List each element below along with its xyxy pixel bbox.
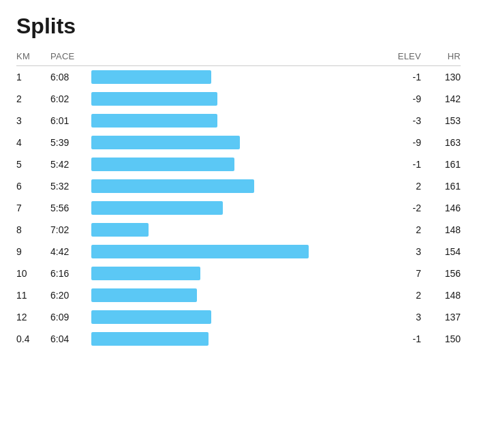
cell-km: 6 — [16, 175, 50, 197]
cell-km: 10 — [16, 263, 50, 284]
cell-km: 2 — [16, 88, 50, 110]
cell-bar — [91, 284, 386, 306]
cell-elev: -1 — [386, 328, 427, 350]
cell-bar — [91, 153, 386, 175]
cell-km: 8 — [16, 219, 50, 241]
page-title: Splits — [16, 14, 461, 39]
table-row: 87:022148 — [16, 219, 461, 241]
cell-pace: 5:32 — [50, 175, 91, 197]
cell-hr: 130 — [427, 66, 461, 89]
cell-hr: 150 — [427, 328, 461, 350]
cell-elev: -2 — [386, 197, 427, 219]
cell-pace: 6:01 — [50, 110, 91, 132]
table-row: 55:42-1161 — [16, 153, 461, 175]
col-header-hr: HR — [427, 51, 461, 66]
cell-km: 4 — [16, 132, 50, 153]
table-row: 126:093137 — [16, 306, 461, 328]
cell-hr: 156 — [427, 263, 461, 284]
col-header-bar — [91, 51, 386, 66]
cell-elev: -9 — [386, 132, 427, 153]
cell-pace: 6:09 — [50, 306, 91, 328]
cell-bar — [91, 328, 386, 350]
cell-km: 7 — [16, 197, 50, 219]
cell-pace: 5:42 — [50, 153, 91, 175]
table-row: 26:02-9142 — [16, 88, 461, 110]
cell-bar — [91, 132, 386, 153]
table-row: 0.46:04-1150 — [16, 328, 461, 350]
cell-elev: -1 — [386, 66, 427, 89]
cell-elev: 2 — [386, 175, 427, 197]
table-row: 36:01-3153 — [16, 110, 461, 132]
table-row: 16:08-1130 — [16, 66, 461, 89]
cell-hr: 161 — [427, 175, 461, 197]
cell-pace: 6:08 — [50, 66, 91, 89]
cell-pace: 5:56 — [50, 197, 91, 219]
cell-elev: 2 — [386, 284, 427, 306]
table-row: 65:322161 — [16, 175, 461, 197]
cell-hr: 142 — [427, 88, 461, 110]
cell-bar — [91, 197, 386, 219]
cell-elev: -1 — [386, 153, 427, 175]
cell-km: 3 — [16, 110, 50, 132]
cell-pace: 6:02 — [50, 88, 91, 110]
cell-pace: 6:20 — [50, 284, 91, 306]
cell-elev: 7 — [386, 263, 427, 284]
cell-elev: 3 — [386, 306, 427, 328]
cell-pace: 7:02 — [50, 219, 91, 241]
table-row: 94:423154 — [16, 241, 461, 263]
table-row: 106:167156 — [16, 263, 461, 284]
cell-hr: 153 — [427, 110, 461, 132]
cell-pace: 4:42 — [50, 241, 91, 263]
cell-km: 0.4 — [16, 328, 50, 350]
cell-pace: 6:04 — [50, 328, 91, 350]
cell-elev: 3 — [386, 241, 427, 263]
cell-elev: -3 — [386, 110, 427, 132]
cell-pace: 5:39 — [50, 132, 91, 153]
cell-bar — [91, 306, 386, 328]
table-row: 45:39-9163 — [16, 132, 461, 153]
cell-bar — [91, 263, 386, 284]
cell-hr: 154 — [427, 241, 461, 263]
cell-bar — [91, 219, 386, 241]
col-header-km: KM — [16, 51, 50, 66]
col-header-pace: PACE — [50, 51, 91, 66]
cell-elev: 2 — [386, 219, 427, 241]
table-row: 116:202148 — [16, 284, 461, 306]
cell-km: 5 — [16, 153, 50, 175]
cell-hr: 163 — [427, 132, 461, 153]
cell-hr: 148 — [427, 284, 461, 306]
cell-km: 9 — [16, 241, 50, 263]
cell-bar — [91, 175, 386, 197]
table-row: 75:56-2146 — [16, 197, 461, 219]
cell-bar — [91, 66, 386, 89]
cell-pace: 6:16 — [50, 263, 91, 284]
cell-hr: 137 — [427, 306, 461, 328]
cell-bar — [91, 88, 386, 110]
cell-bar — [91, 241, 386, 263]
cell-km: 11 — [16, 284, 50, 306]
cell-hr: 148 — [427, 219, 461, 241]
cell-km: 1 — [16, 66, 50, 89]
cell-km: 12 — [16, 306, 50, 328]
cell-hr: 146 — [427, 197, 461, 219]
cell-hr: 161 — [427, 153, 461, 175]
splits-table: KM PACE ELEV HR 16:08-113026:02-914236:0… — [16, 51, 461, 350]
col-header-elev: ELEV — [386, 51, 427, 66]
cell-bar — [91, 110, 386, 132]
cell-elev: -9 — [386, 88, 427, 110]
